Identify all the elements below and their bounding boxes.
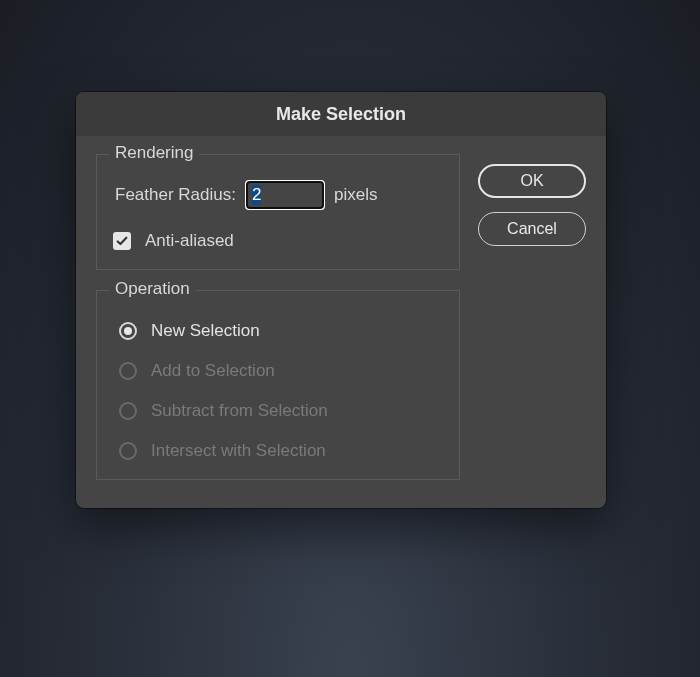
radio-circle-icon [119, 322, 137, 340]
rendering-fieldset: Rendering Feather Radius: pixels Anti-al… [96, 154, 460, 270]
rendering-legend: Rendering [109, 143, 199, 163]
operation-radio-option: Subtract from Selection [119, 401, 441, 421]
radio-label: Add to Selection [151, 361, 275, 381]
feather-radius-label: Feather Radius: [115, 185, 236, 205]
feather-row: Feather Radius: pixels [115, 181, 441, 209]
anti-aliased-row: Anti-aliased [113, 231, 441, 251]
operation-radio-option[interactable]: New Selection [119, 321, 441, 341]
operation-legend: Operation [109, 279, 196, 299]
radio-label: Subtract from Selection [151, 401, 328, 421]
anti-aliased-checkbox[interactable] [113, 232, 131, 250]
ok-button[interactable]: OK [478, 164, 586, 198]
radio-label: New Selection [151, 321, 260, 341]
radio-circle-icon [119, 402, 137, 420]
operation-radio-group: New SelectionAdd to SelectionSubtract fr… [119, 321, 441, 461]
anti-aliased-label: Anti-aliased [145, 231, 234, 251]
operation-radio-option: Intersect with Selection [119, 441, 441, 461]
operation-fieldset: Operation New SelectionAdd to SelectionS… [96, 290, 460, 480]
dialog-titlebar: Make Selection [76, 92, 606, 136]
cancel-button[interactable]: Cancel [478, 212, 586, 246]
radio-label: Intersect with Selection [151, 441, 326, 461]
radio-circle-icon [119, 442, 137, 460]
right-panel: OK Cancel [478, 154, 586, 480]
radio-circle-icon [119, 362, 137, 380]
checkmark-icon [115, 234, 129, 248]
dialog-title: Make Selection [276, 104, 406, 125]
radio-dot-icon [124, 327, 132, 335]
feather-unit-label: pixels [334, 185, 377, 205]
dialog-body: Rendering Feather Radius: pixels Anti-al… [76, 136, 606, 508]
operation-radio-option: Add to Selection [119, 361, 441, 381]
left-panel: Rendering Feather Radius: pixels Anti-al… [96, 154, 460, 480]
make-selection-dialog: Make Selection Rendering Feather Radius:… [76, 92, 606, 508]
feather-radius-input[interactable] [246, 181, 324, 209]
